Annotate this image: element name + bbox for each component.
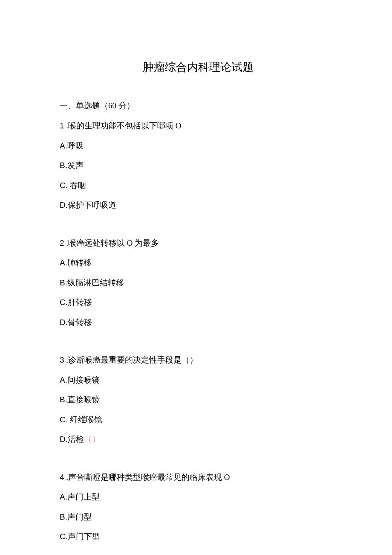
question-number: 4 — [60, 473, 64, 482]
question-text: 3 .诊断喉癌最重要的决定性手段是（） — [60, 354, 337, 366]
option-text: 声门型 — [67, 512, 92, 521]
question-body: .喉的生理功能不包括以下哪项 O — [64, 121, 182, 130]
option-letter: D. — [60, 318, 68, 327]
option-text: 直接喉镜 — [67, 395, 100, 404]
option-text: 纵膈淋巴结转移 — [67, 278, 124, 287]
option-letter: D. — [60, 200, 68, 209]
option-text: 吞咽 — [68, 181, 86, 190]
question-text: 2 .喉癌远处转移以 O 为最多 — [60, 237, 337, 250]
option-letter: A. — [60, 375, 67, 384]
option-c: C. 纤维喉镜 — [60, 414, 337, 426]
question-body: .诊断喉癌最重要的决定性手段是（） — [64, 355, 198, 364]
option-b: B.发声 — [60, 160, 337, 172]
option-d: D.活检（1 — [60, 433, 337, 446]
question-body: .喉癌远处转移以 O 为最多 — [64, 238, 159, 247]
option-c: C.声门下型 — [60, 531, 337, 543]
question-number: 2 — [60, 238, 64, 247]
option-letter: C. — [60, 532, 68, 541]
option-b: B.声门型 — [60, 511, 337, 523]
option-text: 肝转移 — [68, 298, 92, 307]
option-a: A.声门上型 — [60, 491, 337, 503]
option-text: 发声 — [67, 161, 84, 170]
question-3: 3 .诊断喉癌最重要的决定性手段是（） A.间接喉镜 B.直接喉镜 C. 纤维喉… — [60, 354, 337, 446]
option-text: 肺转移 — [67, 258, 92, 267]
question-number: 1 — [60, 121, 64, 130]
option-c: C.肝转移 — [60, 296, 337, 309]
option-letter: B. — [60, 278, 67, 287]
option-letter: C. — [60, 298, 68, 307]
option-letter: A. — [60, 258, 67, 267]
option-c: C. 吞咽 — [60, 180, 337, 192]
question-4: 4 .声音嘶哑是哪种类型喉癌最常见的临床表现 O A.声门上型 B.声门型 C.… — [60, 471, 337, 543]
option-text: 纤维喉镜 — [68, 415, 102, 424]
option-d: D.保护下呼吸道 — [60, 199, 337, 212]
page-title: 肿瘤综合内科理论试题 — [60, 60, 337, 75]
option-text: 活检 — [68, 435, 84, 444]
question-number: 3 — [60, 355, 64, 364]
option-text: 呼吸 — [67, 141, 84, 150]
option-text: 保护下呼吸道 — [68, 200, 116, 209]
option-text: 骨转移 — [68, 318, 92, 327]
option-text: 声门上型 — [67, 492, 100, 501]
option-b: B.直接喉镜 — [60, 394, 337, 406]
section-heading: 一、单选题（60 分） — [60, 100, 337, 111]
option-letter: C. — [60, 415, 68, 424]
option-text: 间接喉镜 — [67, 375, 100, 384]
option-letter: A. — [60, 141, 67, 150]
option-letter: B. — [60, 161, 67, 170]
option-highlight: （1 — [84, 435, 96, 444]
question-text: 1 .喉的生理功能不包括以下哪项 O — [60, 120, 337, 132]
option-text: 声门下型 — [68, 532, 100, 541]
option-b: B.纵膈淋巴结转移 — [60, 277, 337, 289]
option-letter: B. — [60, 395, 67, 404]
question-text: 4 .声音嘶哑是哪种类型喉癌最常见的临床表现 O — [60, 471, 337, 484]
option-letter: A. — [60, 492, 67, 501]
question-body: .声音嘶哑是哪种类型喉癌最常见的临床表现 O — [64, 473, 230, 482]
option-a: A.肺转移 — [60, 257, 337, 269]
option-letter: C. — [60, 181, 68, 190]
option-a: A.呼吸 — [60, 140, 337, 152]
option-letter: D. — [60, 435, 68, 444]
question-1: 1 .喉的生理功能不包括以下哪项 O A.呼吸 B.发声 C. 吞咽 D.保护下… — [60, 120, 337, 212]
option-d: D.骨转移 — [60, 317, 337, 329]
question-2: 2 .喉癌远处转移以 O 为最多 A.肺转移 B.纵膈淋巴结转移 C.肝转移 D… — [60, 237, 337, 329]
option-a: A.间接喉镜 — [60, 374, 337, 386]
option-letter: B. — [60, 512, 67, 521]
